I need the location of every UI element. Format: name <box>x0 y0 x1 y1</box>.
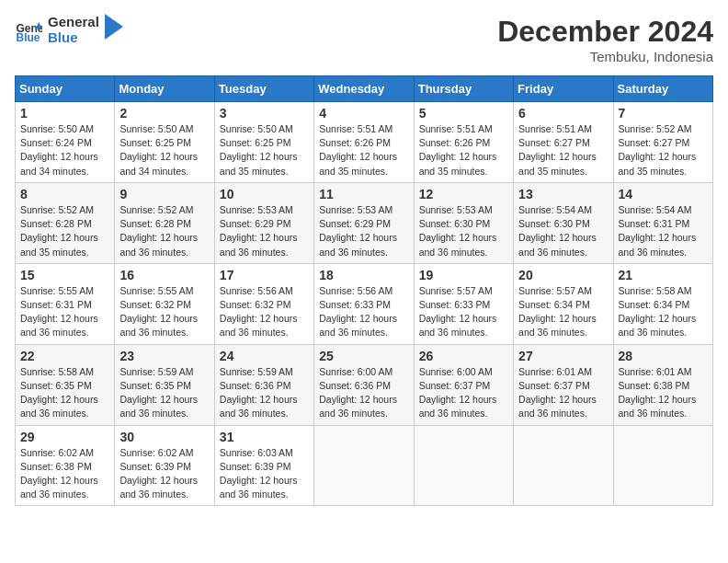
sunset-label: Sunset: 6:27 PM <box>619 137 690 148</box>
empty-cell <box>414 425 513 506</box>
day-cell-28: 28 Sunrise: 6:01 AM Sunset: 6:38 PM Dayl… <box>613 344 712 425</box>
logo-arrow-icon <box>105 14 123 40</box>
sunset-label: Sunset: 6:37 PM <box>419 380 491 391</box>
daylight-label: Daylight: 12 hours and 34 minutes. <box>119 151 198 176</box>
sunrise-label: Sunrise: 5:50 AM <box>220 123 293 134</box>
day-cell-18: 18 Sunrise: 5:56 AM Sunset: 6:33 PM Dayl… <box>314 263 414 344</box>
day-cell-6: 6 Sunrise: 5:51 AM Sunset: 6:27 PM Dayli… <box>514 102 613 183</box>
day-content: Sunrise: 5:51 AM Sunset: 6:27 PM Dayligh… <box>518 122 608 178</box>
day-number: 30 <box>119 430 209 444</box>
day-cell-4: 4 Sunrise: 5:51 AM Sunset: 6:26 PM Dayli… <box>314 102 414 183</box>
logo-general: General <box>48 15 99 30</box>
day-cell-3: 3 Sunrise: 5:50 AM Sunset: 6:25 PM Dayli… <box>214 102 313 183</box>
sunrise-label: Sunrise: 5:50 AM <box>119 123 193 134</box>
day-cell-14: 14 Sunrise: 5:54 AM Sunset: 6:31 PM Dayl… <box>613 182 712 263</box>
day-number: 15 <box>20 268 109 282</box>
daylight-label: Daylight: 12 hours and 35 minutes. <box>319 151 397 176</box>
header: General Blue General Blue December 2024 … <box>15 15 713 64</box>
day-content: Sunrise: 5:53 AM Sunset: 6:29 PM Dayligh… <box>319 203 408 259</box>
week-row-5: 29 Sunrise: 6:02 AM Sunset: 6:38 PM Dayl… <box>16 425 713 506</box>
day-cell-24: 24 Sunrise: 5:59 AM Sunset: 6:36 PM Dayl… <box>214 344 313 425</box>
day-cell-19: 19 Sunrise: 5:57 AM Sunset: 6:33 PM Dayl… <box>414 263 513 344</box>
title-area: December 2024 Tembuku, Indonesia <box>497 15 713 64</box>
sunset-label: Sunset: 6:36 PM <box>220 380 291 391</box>
day-content: Sunrise: 6:02 AM Sunset: 6:38 PM Dayligh… <box>20 446 109 502</box>
sunset-label: Sunset: 6:26 PM <box>319 137 391 148</box>
sunset-label: Sunset: 6:25 PM <box>220 137 291 148</box>
empty-cell <box>514 425 613 506</box>
day-cell-9: 9 Sunrise: 5:52 AM Sunset: 6:28 PM Dayli… <box>115 182 214 263</box>
day-number: 23 <box>119 349 209 363</box>
day-number: 17 <box>220 268 309 282</box>
sunrise-label: Sunrise: 5:51 AM <box>419 123 493 134</box>
daylight-label: Daylight: 12 hours and 36 minutes. <box>20 475 98 500</box>
day-number: 27 <box>518 349 608 363</box>
sunset-label: Sunset: 6:31 PM <box>20 299 92 310</box>
calendar-header-row: SundayMondayTuesdayWednesdayThursdayFrid… <box>16 76 713 102</box>
day-number: 2 <box>119 106 209 121</box>
sunrise-label: Sunrise: 5:59 AM <box>220 366 293 377</box>
day-content: Sunrise: 6:01 AM Sunset: 6:37 PM Dayligh… <box>518 365 608 421</box>
day-cell-5: 5 Sunrise: 5:51 AM Sunset: 6:26 PM Dayli… <box>414 102 513 183</box>
location: Tembuku, Indonesia <box>497 49 713 64</box>
day-cell-16: 16 Sunrise: 5:55 AM Sunset: 6:32 PM Dayl… <box>115 263 214 344</box>
day-number: 5 <box>419 106 508 121</box>
sunrise-label: Sunrise: 5:52 AM <box>619 123 692 134</box>
day-cell-31: 31 Sunrise: 6:03 AM Sunset: 6:39 PM Dayl… <box>214 425 313 506</box>
daylight-label: Daylight: 12 hours and 36 minutes. <box>220 475 298 500</box>
day-cell-26: 26 Sunrise: 6:00 AM Sunset: 6:37 PM Dayl… <box>414 344 513 425</box>
day-content: Sunrise: 6:00 AM Sunset: 6:36 PM Dayligh… <box>319 365 408 421</box>
sunset-label: Sunset: 6:28 PM <box>119 218 191 229</box>
day-cell-1: 1 Sunrise: 5:50 AM Sunset: 6:24 PM Dayli… <box>16 102 115 183</box>
sunrise-label: Sunrise: 5:52 AM <box>119 204 193 215</box>
day-content: Sunrise: 5:59 AM Sunset: 6:36 PM Dayligh… <box>220 365 309 421</box>
daylight-label: Daylight: 12 hours and 35 minutes. <box>20 232 98 257</box>
day-content: Sunrise: 5:52 AM Sunset: 6:27 PM Dayligh… <box>619 122 708 178</box>
sunset-label: Sunset: 6:24 PM <box>20 137 92 148</box>
day-number: 29 <box>20 430 109 444</box>
day-content: Sunrise: 5:50 AM Sunset: 6:25 PM Dayligh… <box>119 122 209 178</box>
day-cell-30: 30 Sunrise: 6:02 AM Sunset: 6:39 PM Dayl… <box>115 425 214 506</box>
daylight-label: Daylight: 12 hours and 35 minutes. <box>220 151 298 176</box>
sunset-label: Sunset: 6:33 PM <box>319 299 391 310</box>
sunset-label: Sunset: 6:32 PM <box>119 299 191 310</box>
sunrise-label: Sunrise: 6:00 AM <box>319 366 392 377</box>
sunset-label: Sunset: 6:34 PM <box>518 299 590 310</box>
sunset-label: Sunset: 6:28 PM <box>20 218 92 229</box>
day-number: 24 <box>220 349 309 363</box>
day-content: Sunrise: 5:52 AM Sunset: 6:28 PM Dayligh… <box>119 203 209 259</box>
day-cell-25: 25 Sunrise: 6:00 AM Sunset: 6:36 PM Dayl… <box>314 344 414 425</box>
day-number: 22 <box>20 349 109 363</box>
daylight-label: Daylight: 12 hours and 36 minutes. <box>319 232 397 257</box>
day-content: Sunrise: 5:54 AM Sunset: 6:30 PM Dayligh… <box>518 203 608 259</box>
daylight-label: Daylight: 12 hours and 35 minutes. <box>619 151 697 176</box>
day-cell-15: 15 Sunrise: 5:55 AM Sunset: 6:31 PM Dayl… <box>16 263 115 344</box>
sunrise-label: Sunrise: 6:00 AM <box>419 366 493 377</box>
day-content: Sunrise: 5:50 AM Sunset: 6:24 PM Dayligh… <box>20 122 109 178</box>
day-cell-20: 20 Sunrise: 5:57 AM Sunset: 6:34 PM Dayl… <box>514 263 613 344</box>
logo-blue: Blue <box>48 30 99 46</box>
sunrise-label: Sunrise: 5:57 AM <box>419 285 493 296</box>
sunrise-label: Sunrise: 5:54 AM <box>518 204 592 215</box>
day-number: 9 <box>119 187 209 201</box>
sunset-label: Sunset: 6:35 PM <box>20 380 92 391</box>
day-header-tuesday: Tuesday <box>214 76 313 102</box>
daylight-label: Daylight: 12 hours and 34 minutes. <box>20 151 98 176</box>
sunset-label: Sunset: 6:35 PM <box>119 380 191 391</box>
day-content: Sunrise: 5:57 AM Sunset: 6:33 PM Dayligh… <box>419 284 508 340</box>
day-header-friday: Friday <box>514 76 613 102</box>
day-number: 19 <box>419 268 508 282</box>
daylight-label: Daylight: 12 hours and 36 minutes. <box>220 232 298 257</box>
day-content: Sunrise: 5:54 AM Sunset: 6:31 PM Dayligh… <box>619 203 708 259</box>
daylight-label: Daylight: 12 hours and 36 minutes. <box>220 313 298 338</box>
week-row-1: 1 Sunrise: 5:50 AM Sunset: 6:24 PM Dayli… <box>16 102 713 183</box>
sunrise-label: Sunrise: 5:52 AM <box>20 204 94 215</box>
day-number: 6 <box>518 106 608 121</box>
sunrise-label: Sunrise: 5:50 AM <box>20 123 94 134</box>
day-content: Sunrise: 5:55 AM Sunset: 6:31 PM Dayligh… <box>20 284 109 340</box>
sunset-label: Sunset: 6:33 PM <box>419 299 491 310</box>
daylight-label: Daylight: 12 hours and 36 minutes. <box>220 394 298 419</box>
sunrise-label: Sunrise: 5:55 AM <box>20 285 94 296</box>
sunset-label: Sunset: 6:30 PM <box>518 218 590 229</box>
day-cell-8: 8 Sunrise: 5:52 AM Sunset: 6:28 PM Dayli… <box>16 182 115 263</box>
